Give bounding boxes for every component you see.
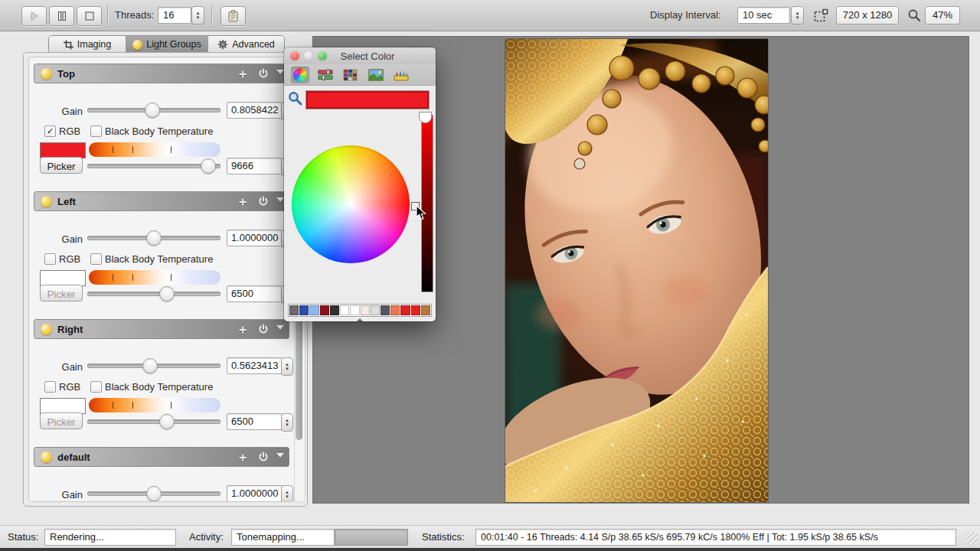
slider-thumb[interactable] xyxy=(146,230,162,246)
brightness-slider[interactable] xyxy=(421,115,433,292)
slider-thumb[interactable] xyxy=(159,286,175,302)
collapse-chevron-icon[interactable] xyxy=(276,70,284,74)
gain-value-field[interactable]: 0.8058422 xyxy=(227,102,283,119)
picker-button[interactable]: Picker xyxy=(40,285,83,302)
swatch-drawer-handle[interactable] xyxy=(356,318,364,321)
light-group-header[interactable]: Left ＋ xyxy=(34,191,289,211)
crayons-icon xyxy=(394,69,409,81)
slider-thumb[interactable] xyxy=(145,103,160,118)
rgb-checkbox[interactable] xyxy=(44,253,56,265)
color-swatch[interactable] xyxy=(40,142,86,158)
fit-to-window-button[interactable] xyxy=(814,8,828,22)
gain-slider[interactable] xyxy=(87,486,220,500)
bbt-checkbox[interactable] xyxy=(90,381,102,393)
slider-thumb[interactable] xyxy=(159,414,175,429)
collapse-chevron-icon[interactable] xyxy=(276,453,284,458)
zoom-tool-button[interactable] xyxy=(907,8,921,22)
gradient-tick xyxy=(113,146,113,153)
image-palettes-mode-button[interactable] xyxy=(367,67,385,83)
sliders-mode-button[interactable] xyxy=(316,67,335,83)
gain-label: Gain xyxy=(40,233,83,245)
picker-button[interactable]: Picker xyxy=(40,412,83,429)
add-light-group-button[interactable]: ＋ xyxy=(237,194,249,210)
color-swatch[interactable] xyxy=(40,270,86,286)
power-toggle-icon[interactable] xyxy=(258,196,269,207)
add-light-group-button[interactable]: ＋ xyxy=(237,322,249,338)
slider-thumb[interactable] xyxy=(142,358,158,373)
swatch[interactable] xyxy=(400,305,410,315)
display-interval-input[interactable]: 10 sec xyxy=(737,7,790,24)
gain-value-field[interactable]: 1.0000000 xyxy=(227,230,283,246)
add-light-group-button[interactable]: ＋ xyxy=(237,450,249,466)
light-group-header[interactable]: default ＋ xyxy=(34,447,289,467)
tab-light-groups[interactable]: Light Groups xyxy=(126,36,208,53)
resize-grip[interactable] xyxy=(965,532,978,544)
light-group-header[interactable]: Top ＋ xyxy=(34,64,289,83)
swatch[interactable] xyxy=(289,305,299,315)
color-swatch[interactable] xyxy=(40,398,86,414)
slider-thumb[interactable] xyxy=(201,158,216,174)
blackbody-gradient-bar[interactable] xyxy=(89,142,220,157)
picker-stepper[interactable]: ▲▼ xyxy=(281,413,293,432)
picker-value-field[interactable]: 6500 xyxy=(227,285,283,302)
gain-stepper[interactable]: ▲▼ xyxy=(281,485,293,502)
swatch[interactable] xyxy=(309,305,318,315)
gain-slider[interactable] xyxy=(87,358,220,372)
crayons-mode-button[interactable] xyxy=(392,67,410,83)
blackbody-gradient-bar[interactable] xyxy=(89,270,220,285)
gain-slider[interactable] xyxy=(87,103,220,116)
color-wheel-mode-button[interactable] xyxy=(291,67,309,83)
threads-stepper[interactable]: ▲▼ xyxy=(191,6,204,24)
power-toggle-icon[interactable] xyxy=(258,68,269,79)
swatch[interactable] xyxy=(390,305,400,315)
swatch[interactable] xyxy=(330,305,339,315)
swatch[interactable] xyxy=(411,305,420,315)
add-light-group-button[interactable]: ＋ xyxy=(237,67,249,83)
tab-advanced[interactable]: Advanced xyxy=(208,36,284,53)
collapse-chevron-icon[interactable] xyxy=(276,197,284,202)
picker-slider[interactable] xyxy=(87,158,220,172)
picker-slider[interactable] xyxy=(87,414,220,428)
picker-button[interactable]: Picker xyxy=(40,157,83,174)
bbt-checkbox[interactable] xyxy=(90,253,102,265)
swatch[interactable] xyxy=(299,305,309,315)
swatch[interactable] xyxy=(361,305,370,315)
palettes-mode-button[interactable] xyxy=(341,67,360,83)
gain-value-field[interactable]: 0.5623413 xyxy=(227,357,283,374)
dialog-titlebar[interactable]: Select Color xyxy=(284,47,436,65)
power-toggle-icon[interactable] xyxy=(258,324,269,334)
picker-value-field[interactable]: 6500 xyxy=(227,413,283,430)
magnifier-icon xyxy=(288,91,302,106)
swatch[interactable] xyxy=(421,305,430,315)
power-toggle-icon[interactable] xyxy=(258,452,269,462)
swatch[interactable] xyxy=(320,305,329,315)
collapse-chevron-icon[interactable] xyxy=(276,325,284,330)
picker-value-field[interactable]: 9666 xyxy=(227,158,283,174)
display-interval-stepper[interactable]: ▲▼ xyxy=(791,6,804,24)
threads-input[interactable]: 16 xyxy=(158,7,191,24)
gain-stepper[interactable]: ▲▼ xyxy=(281,357,293,376)
render-pause-button[interactable] xyxy=(49,6,74,26)
rgb-checkbox[interactable] xyxy=(44,381,56,393)
selected-color-bar[interactable] xyxy=(305,90,430,109)
render-start-button[interactable] xyxy=(21,6,47,26)
swatch[interactable] xyxy=(340,305,349,315)
light-group-header[interactable]: Right ＋ xyxy=(34,319,289,339)
gradient-tick xyxy=(132,274,133,281)
swatch[interactable] xyxy=(350,305,359,315)
slider-thumb[interactable] xyxy=(146,486,162,501)
picker-slider[interactable] xyxy=(87,286,220,300)
swatch[interactable] xyxy=(371,305,380,315)
bbt-checkbox[interactable] xyxy=(90,126,102,137)
render-stop-button[interactable] xyxy=(77,6,102,26)
brightness-slider-handle[interactable] xyxy=(419,112,432,123)
tab-imaging[interactable]: Imaging xyxy=(49,36,126,53)
swatch[interactable] xyxy=(381,305,390,315)
blackbody-gradient-bar[interactable] xyxy=(89,398,220,412)
copy-to-clipboard-button[interactable] xyxy=(220,6,246,26)
gain-slider[interactable] xyxy=(87,230,220,244)
rgb-checkbox[interactable]: ✓ xyxy=(44,126,56,137)
magnifier-picker-button[interactable] xyxy=(288,91,302,106)
color-wheel[interactable] xyxy=(292,145,410,263)
gain-value-field[interactable]: 1.0000000 xyxy=(227,485,283,502)
